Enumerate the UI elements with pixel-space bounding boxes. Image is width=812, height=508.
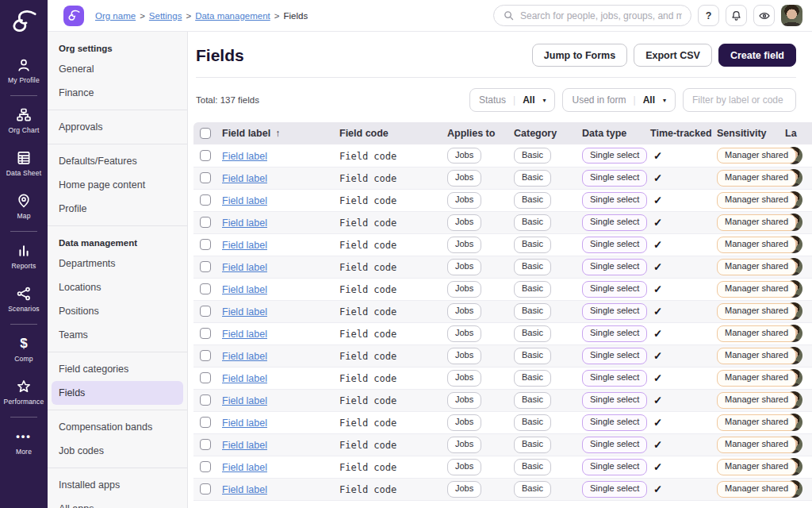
sidebar-item[interactable]: Job codes bbox=[52, 439, 183, 463]
table-row[interactable]: Field label Field code Jobs Basic Single… bbox=[193, 389, 812, 411]
table-row[interactable]: Field label Field code Jobs Basic Single… bbox=[193, 322, 812, 344]
view-as-button[interactable] bbox=[753, 5, 775, 26]
jump-to-forms-button[interactable]: Jump to Forms bbox=[532, 44, 627, 67]
field-label-link[interactable]: Field label bbox=[222, 262, 267, 273]
row-checkbox[interactable] bbox=[200, 461, 211, 472]
field-label-link[interactable]: Field label bbox=[222, 306, 267, 318]
field-label-link[interactable]: Field label bbox=[222, 395, 267, 406]
field-label-link[interactable]: Field label bbox=[222, 151, 267, 162]
person-icon bbox=[16, 57, 32, 73]
field-label-link[interactable]: Field label bbox=[222, 462, 267, 473]
sidebar-item[interactable]: Approvals bbox=[52, 115, 183, 139]
field-label-link[interactable]: Field label bbox=[222, 195, 267, 206]
table-row[interactable]: Field label Field code Jobs Basic Single… bbox=[193, 456, 812, 478]
sidebar-item[interactable]: General bbox=[52, 57, 183, 81]
table-row[interactable]: Field label Field code Jobs Basic Single… bbox=[193, 433, 812, 456]
row-checkbox[interactable] bbox=[200, 372, 211, 383]
column-header-last-truncated[interactable]: La bbox=[779, 122, 812, 144]
table-row[interactable]: Field label Field code Jobs Basic Single… bbox=[193, 233, 812, 256]
sidebar-item[interactable]: Profile bbox=[52, 197, 183, 221]
sidebar-item[interactable]: Departments bbox=[52, 252, 183, 275]
row-checkbox[interactable] bbox=[200, 261, 211, 272]
rail-item-data-sheet[interactable]: Data Sheet bbox=[0, 150, 48, 177]
table-row[interactable]: Field label Field code Jobs Basic Single… bbox=[193, 144, 812, 167]
row-checkbox[interactable] bbox=[200, 483, 211, 495]
table-row[interactable]: Field label Field code Jobs Basic Single… bbox=[193, 367, 812, 389]
row-checkbox[interactable] bbox=[200, 172, 211, 183]
field-label-link[interactable]: Field label bbox=[222, 329, 267, 340]
sidebar-item[interactable]: Teams bbox=[52, 323, 183, 347]
sidebar-item[interactable]: Installed apps bbox=[52, 473, 183, 497]
export-csv-button[interactable]: Export CSV bbox=[634, 44, 712, 67]
sidebar-item-fields-selected[interactable]: Fields bbox=[52, 381, 183, 405]
row-checkbox[interactable] bbox=[200, 394, 211, 406]
field-label-link[interactable]: Field label bbox=[222, 240, 267, 251]
rail-item-map[interactable]: Map bbox=[0, 193, 48, 220]
breadcrumb-org-name[interactable]: Org name bbox=[95, 11, 136, 21]
create-field-button[interactable]: Create field bbox=[718, 44, 796, 67]
sidebar-item[interactable]: Finance bbox=[52, 81, 183, 105]
row-checkbox[interactable] bbox=[200, 417, 211, 428]
column-header-applies-to[interactable]: Applies to bbox=[441, 122, 508, 144]
table-row[interactable]: Field label Field code Jobs Basic Single… bbox=[193, 167, 812, 189]
row-checkbox[interactable] bbox=[200, 439, 211, 450]
rail-item-scenarios[interactable]: Scenarios bbox=[0, 286, 48, 313]
row-checkbox[interactable] bbox=[200, 239, 211, 250]
table-row[interactable]: Field label Field code Jobs Basic Single… bbox=[193, 278, 812, 300]
field-label-link[interactable]: Field label bbox=[222, 440, 267, 451]
rail-item-reports[interactable]: Reports bbox=[0, 243, 48, 270]
column-header-time-tracked[interactable]: Time-tracked bbox=[644, 122, 710, 144]
rail-item-comp[interactable]: $ Comp bbox=[0, 336, 48, 363]
charthop-rabbit-logo[interactable] bbox=[9, 6, 39, 41]
rail-item-performance[interactable]: Performance bbox=[0, 379, 48, 406]
sidebar-item[interactable]: Locations bbox=[52, 275, 183, 299]
table-row[interactable]: Field label Field code Jobs Basic Single… bbox=[193, 300, 812, 322]
row-checkbox[interactable] bbox=[200, 217, 211, 228]
table-row[interactable]: Field label Field code Jobs Basic Single… bbox=[193, 344, 812, 367]
column-header-category[interactable]: Category bbox=[508, 122, 576, 144]
sidebar-item[interactable]: Compensation bands bbox=[52, 415, 183, 439]
row-checkbox[interactable] bbox=[200, 306, 211, 317]
help-button[interactable]: ? bbox=[698, 5, 719, 26]
field-label-link[interactable]: Field label bbox=[222, 173, 267, 184]
column-header-field-label[interactable]: Field label↑ bbox=[216, 122, 333, 144]
field-label-link[interactable]: Field label bbox=[222, 418, 267, 429]
row-checkbox[interactable] bbox=[200, 150, 211, 161]
field-label-link[interactable]: Field label bbox=[222, 351, 267, 362]
rail-item-more[interactable]: ••• More bbox=[0, 429, 48, 456]
used-in-form-filter-dropdown[interactable]: Used in form | All ▾ bbox=[562, 88, 676, 112]
row-checkbox[interactable] bbox=[200, 328, 211, 339]
column-header-field-code[interactable]: Field code bbox=[333, 122, 441, 144]
field-label-link[interactable]: Field label bbox=[222, 284, 267, 295]
column-header-sensitivity[interactable]: Sensitivity bbox=[710, 122, 779, 144]
field-label-link[interactable]: Field label bbox=[222, 373, 267, 384]
table-row[interactable]: Field label Field code Jobs Basic Single… bbox=[193, 411, 812, 433]
search-input[interactable] bbox=[520, 10, 682, 21]
table-row[interactable]: Field label Field code Jobs Basic Single… bbox=[193, 478, 812, 500]
field-label-link[interactable]: Field label bbox=[222, 484, 267, 495]
global-search[interactable] bbox=[493, 5, 691, 26]
breadcrumb-data-management[interactable]: Data management bbox=[195, 11, 270, 21]
row-checkbox[interactable] bbox=[200, 283, 211, 294]
field-label-link[interactable]: Field label bbox=[222, 217, 267, 229]
row-checkbox[interactable] bbox=[200, 350, 211, 361]
sidebar-item[interactable]: Defaults/Features bbox=[52, 149, 183, 173]
rail-item-org-chart[interactable]: Org Chart bbox=[0, 107, 48, 134]
status-filter-dropdown[interactable]: Status | All ▾ bbox=[469, 88, 556, 112]
sidebar-item[interactable]: Field categories bbox=[52, 357, 183, 381]
sidebar-item[interactable]: All apps bbox=[52, 497, 183, 508]
table-row[interactable]: Field label Field code Jobs Basic Single… bbox=[193, 256, 812, 278]
app-rabbit-icon[interactable] bbox=[63, 6, 84, 26]
notifications-button[interactable] bbox=[726, 5, 747, 26]
column-header-data-type[interactable]: Data type bbox=[576, 122, 644, 144]
label-code-filter-input[interactable] bbox=[683, 88, 796, 112]
breadcrumb-settings[interactable]: Settings bbox=[149, 11, 182, 21]
table-row[interactable]: Field label Field code Jobs Basic Single… bbox=[193, 211, 812, 233]
table-row[interactable]: Field label Field code Jobs Basic Single… bbox=[193, 189, 812, 211]
row-checkbox[interactable] bbox=[200, 194, 211, 206]
user-avatar[interactable] bbox=[781, 5, 802, 26]
rail-item-my-profile[interactable]: My Profile bbox=[0, 57, 48, 84]
sidebar-item[interactable]: Home page content bbox=[52, 173, 183, 197]
select-all-checkbox[interactable] bbox=[200, 128, 211, 139]
sidebar-item[interactable]: Positions bbox=[52, 299, 183, 323]
